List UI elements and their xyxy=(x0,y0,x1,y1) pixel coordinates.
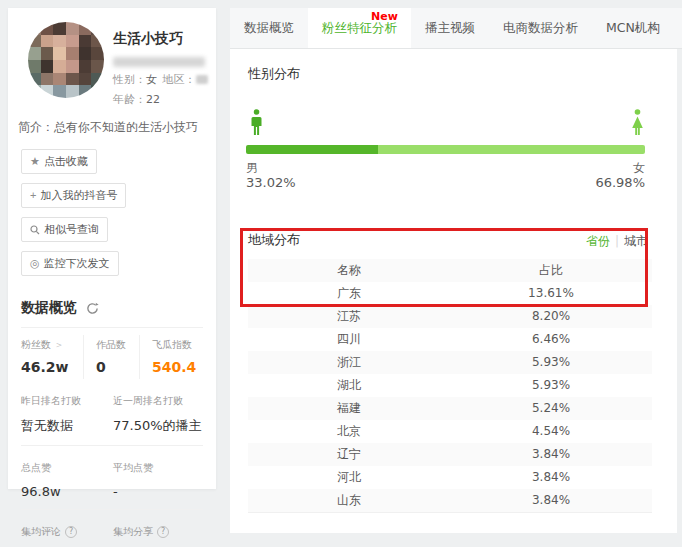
monitor-icon: ◎ xyxy=(30,258,40,269)
add-account-button[interactable]: + 加入我的抖音号 xyxy=(21,183,126,208)
rank-week-label: 近一周排名打败 xyxy=(113,394,203,408)
monitor-button[interactable]: ◎ 监控下次发文 xyxy=(21,251,119,276)
gender-section-title: 性别分布 xyxy=(248,65,300,83)
profile-info: 生活小技巧 性别：女 地区： 年龄：22 xyxy=(113,22,208,107)
table-cell: 5.93% xyxy=(450,374,652,397)
divider xyxy=(21,327,203,328)
feigua-index-value: 540.4 xyxy=(152,359,203,375)
stats-per-video-row: 集均评论? 283 集均分享? 4047 xyxy=(21,525,203,547)
table-cell: 13.61% xyxy=(450,282,652,305)
new-badge: New xyxy=(371,10,398,23)
stat-rank-yesterday: 昨日排名打败 暂无数据 xyxy=(21,394,113,435)
total-likes-label: 总点赞 xyxy=(21,461,113,475)
tab-mcn[interactable]: MCN机构 xyxy=(592,8,674,48)
table-cell: 江苏 xyxy=(248,305,450,328)
divider xyxy=(21,509,203,510)
table-cell: 浙江 xyxy=(248,351,450,374)
toggle-province[interactable]: 省份 xyxy=(586,234,610,248)
tab-ecommerce-analysis[interactable]: 电商数据分析 xyxy=(489,8,592,48)
add-account-button-label: 加入我的抖音号 xyxy=(40,188,117,203)
tab-bar: 数据概览 粉丝特征分析 播主视频 电商数据分析 MCN机构 活跃粉丝 New xyxy=(230,8,682,49)
table-cell: 4.54% xyxy=(450,420,652,443)
profile-intro: 简介：总有你不知道的生活小技巧 xyxy=(18,119,206,136)
table-cell: 辽宁 xyxy=(248,443,450,466)
table-row: 浙江5.93% xyxy=(248,351,652,374)
table-row: 四川6.46% xyxy=(248,328,652,351)
avg-comments-label: 集均评论 xyxy=(21,526,61,537)
avg-likes-value: - xyxy=(113,484,203,499)
table-row: 广东13.61% xyxy=(248,282,652,305)
favorite-button[interactable]: ★ 点击收藏 xyxy=(21,149,97,174)
refresh-icon[interactable] xyxy=(86,302,99,315)
region-label: 地区： xyxy=(162,72,195,87)
table-cell: 湖北 xyxy=(248,374,450,397)
fan-analysis-panel: 性别分布 男 33.02% 女 66.98% 地域分布 省份|城市 名称 占比 … xyxy=(230,49,677,533)
table-header-row: 名称 占比 xyxy=(248,259,652,282)
overview-title: 数据概览 xyxy=(21,299,77,317)
tab-videos[interactable]: 播主视频 xyxy=(411,8,489,48)
help-icon[interactable]: ? xyxy=(157,526,169,538)
male-bar-segment xyxy=(246,145,378,154)
plus-icon: + xyxy=(30,190,36,201)
avg-likes-label: 平均点赞 xyxy=(113,461,203,475)
toggle-city[interactable]: 城市 xyxy=(624,234,648,248)
table-cell: 河北 xyxy=(248,466,450,489)
female-bar-segment xyxy=(378,145,645,154)
table-row: 北京4.54% xyxy=(248,420,652,443)
table-row: 辽宁3.84% xyxy=(248,443,652,466)
stat-avg-likes: 平均点赞 - xyxy=(113,461,203,499)
similar-account-button-label: 相似号查询 xyxy=(44,222,99,237)
table-cell: 山东 xyxy=(248,489,450,512)
stat-followers[interactable]: 粉丝数＞ 46.2w xyxy=(21,335,83,379)
table-cell: 四川 xyxy=(248,328,450,351)
works-value: 0 xyxy=(96,359,139,375)
help-icon[interactable]: ? xyxy=(65,526,77,538)
table-cell: 福建 xyxy=(248,397,450,420)
table-cell: 8.20% xyxy=(450,305,652,328)
tab-data-overview[interactable]: 数据概览 xyxy=(230,8,308,48)
table-row: 山东3.84% xyxy=(248,489,652,512)
masked-region xyxy=(196,75,208,84)
table-cell: 广东 xyxy=(248,282,450,305)
favorite-button-label: 点击收藏 xyxy=(44,154,88,169)
masked-account-id xyxy=(113,57,205,67)
rank-yesterday-value: 暂无数据 xyxy=(21,417,113,435)
tab-active-fans[interactable]: 活跃粉丝 xyxy=(674,8,682,48)
stats-top-row: 粉丝数＞ 46.2w 作品数 0 飞瓜指数 540.4 xyxy=(21,335,203,379)
table-cell: 5.93% xyxy=(450,351,652,374)
rank-week-value: 77.50%的播主 xyxy=(113,417,203,435)
feigua-index-label: 飞瓜指数 xyxy=(152,338,203,352)
stat-total-likes: 总点赞 96.8w xyxy=(21,461,113,499)
region-toggle: 省份|城市 xyxy=(586,233,648,250)
female-icon xyxy=(630,109,645,141)
rank-yesterday-label: 昨日排名打败 xyxy=(21,394,113,408)
profile-name: 生活小技巧 xyxy=(113,30,208,48)
table-row: 河北3.84% xyxy=(248,466,652,489)
stat-feigua-index: 飞瓜指数 540.4 xyxy=(139,335,203,379)
gender-ratio-bar xyxy=(246,145,645,154)
similar-account-button[interactable]: 相似号查询 xyxy=(21,217,108,242)
table-row: 湖北5.93% xyxy=(248,374,652,397)
stat-rank-week: 近一周排名打败 77.50%的播主 xyxy=(113,394,203,435)
avatar xyxy=(28,22,104,98)
avatar-mosaic-image xyxy=(28,22,104,98)
chevron-right-icon: ＞ xyxy=(54,339,64,350)
gender-label: 性别： xyxy=(113,72,146,87)
profile-header: 生活小技巧 性别：女 地区： 年龄：22 xyxy=(8,8,216,107)
table-cell: 3.84% xyxy=(450,489,652,512)
column-header-ratio: 占比 xyxy=(450,259,652,282)
stat-avg-comments: 集均评论? 283 xyxy=(21,525,113,547)
works-label: 作品数 xyxy=(96,338,139,352)
gender-value: 女 xyxy=(146,72,157,87)
table-row: 江苏8.20% xyxy=(248,305,652,328)
male-icon xyxy=(250,109,263,141)
profile-gender-region: 性别：女 地区： xyxy=(113,72,208,87)
region-section-title: 地域分布 xyxy=(248,231,300,249)
table-cell: 北京 xyxy=(248,420,450,443)
region-table: 名称 占比 广东13.61%江苏8.20%四川6.46%浙江5.93%湖北5.9… xyxy=(248,259,652,513)
total-likes-value: 96.8w xyxy=(21,484,113,499)
table-cell: 5.24% xyxy=(450,397,652,420)
age-label: 年龄： xyxy=(113,92,146,107)
followers-label: 粉丝数 xyxy=(21,339,51,350)
stats-likes-row: 总点赞 96.8w 平均点赞 - xyxy=(21,461,203,499)
